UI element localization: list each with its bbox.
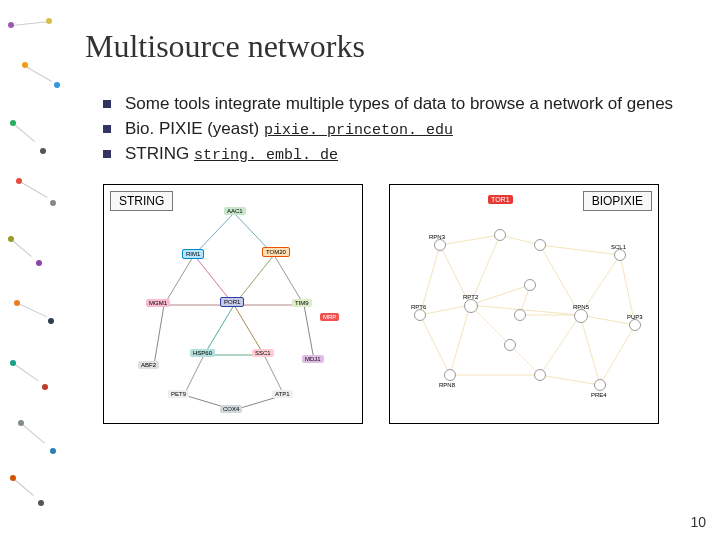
svg-line-6	[204, 305, 234, 355]
bullet-item: Some tools integrate multiple types of d…	[103, 93, 705, 116]
bullet-url: string. embl. de	[194, 147, 338, 164]
svg-line-9	[304, 305, 314, 360]
figure-row: STRING	[103, 184, 705, 424]
decorative-sidebar	[0, 0, 70, 540]
svg-line-21	[470, 305, 510, 345]
svg-line-30	[440, 235, 500, 245]
figure-biopixie: BIOPIXIE	[389, 184, 659, 424]
svg-line-10	[184, 355, 204, 395]
figure-label-string: STRING	[110, 191, 173, 211]
svg-line-37	[420, 315, 450, 375]
bullet-url: pixie. princeton. edu	[264, 122, 453, 139]
svg-line-2	[164, 255, 194, 305]
bullet-text: Some tools integrate multiple types of d…	[125, 94, 673, 113]
svg-line-26	[580, 315, 600, 385]
svg-line-20	[450, 305, 470, 375]
bullet-text: STRING	[125, 144, 194, 163]
svg-line-5	[274, 255, 304, 305]
slide-title: Multisource networks	[85, 28, 705, 65]
svg-line-8	[154, 305, 164, 365]
biopixie-network-icon	[390, 185, 660, 425]
bullet-text: Bio. PIXIE (yeast)	[125, 119, 264, 138]
bullet-item: STRING string. embl. de	[103, 143, 705, 166]
svg-line-35	[540, 375, 600, 385]
bullet-item: Bio. PIXIE (yeast) pixie. princeton. edu	[103, 118, 705, 141]
page-number: 10	[690, 514, 706, 530]
figure-label-biopixie: BIOPIXIE	[583, 191, 652, 211]
slide-content: Multisource networks Some tools integrat…	[85, 28, 705, 424]
figure-string: STRING	[103, 184, 363, 424]
svg-line-27	[540, 315, 580, 375]
svg-line-11	[264, 355, 284, 395]
svg-line-34	[600, 325, 635, 385]
svg-line-7	[234, 305, 264, 355]
bullet-list: Some tools integrate multiple types of d…	[103, 93, 705, 166]
